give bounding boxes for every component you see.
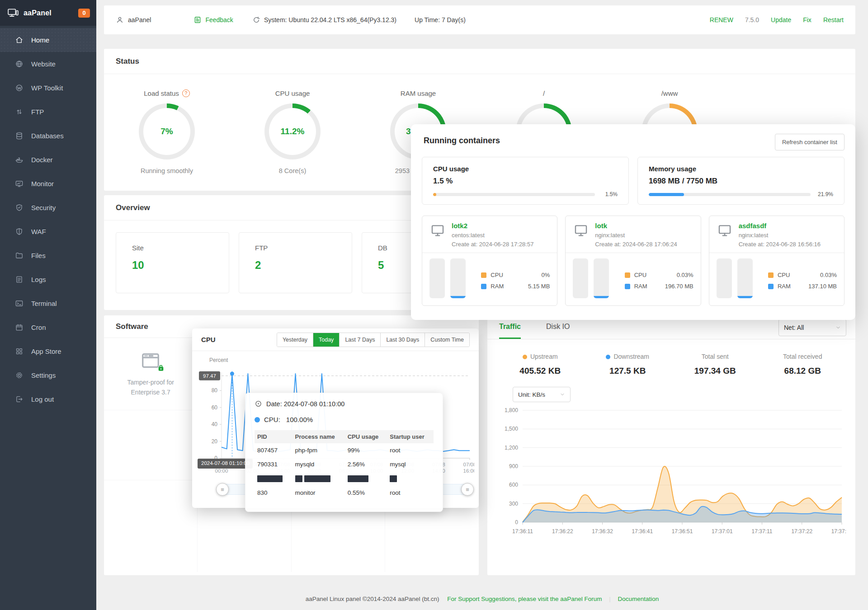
sidebar-item-settings[interactable]: Settings bbox=[0, 363, 96, 387]
svg-text:17:36:32: 17:36:32 bbox=[592, 528, 613, 535]
container-cpu-bar bbox=[573, 258, 588, 298]
terminal-icon bbox=[15, 299, 24, 308]
sidebar-item-label: Docker bbox=[31, 156, 53, 164]
software-item-label: Tamper-proof for Enterprise 3.7 bbox=[114, 378, 187, 397]
gauge-label: / bbox=[543, 89, 545, 97]
svg-text:600: 600 bbox=[509, 482, 518, 488]
unit-select[interactable]: Unit: KB/s bbox=[513, 387, 571, 402]
overview-card-value: 2 bbox=[255, 259, 336, 272]
sidebar-item-website[interactable]: Website bbox=[0, 52, 96, 76]
sidebar-item-files[interactable]: Files bbox=[0, 244, 96, 267]
refresh-icon[interactable] bbox=[252, 16, 260, 24]
uptime: Up Time: 7 Day(s) bbox=[415, 16, 466, 23]
refresh-container-list-button[interactable]: Refresh container list bbox=[775, 134, 844, 150]
svg-text:60: 60 bbox=[212, 404, 218, 411]
sidebar-item-monitor[interactable]: Monitor bbox=[0, 172, 96, 196]
notification-badge[interactable]: 0 bbox=[78, 9, 90, 18]
gauge-ring: 11.2% bbox=[264, 103, 321, 160]
container-monitor-icon bbox=[429, 223, 446, 238]
sidebar-item-docker[interactable]: Docker bbox=[0, 148, 96, 172]
overview-card-ftp[interactable]: FTP2 bbox=[239, 232, 352, 293]
sidebar-item-label: Logs bbox=[31, 276, 46, 283]
cpu-popup-header: CPU YesterdayTodayLast 7 DaysLast 30 Day… bbox=[192, 328, 479, 351]
sidebar: aaPanel 0 HomeWebsiteWP ToolkitFTPDataba… bbox=[0, 0, 96, 610]
update-link[interactable]: Update bbox=[771, 16, 791, 23]
sidebar-item-waf[interactable]: WAF bbox=[0, 220, 96, 244]
container-name: lotk2 bbox=[452, 222, 533, 230]
container-image: nginx:latest bbox=[595, 232, 677, 239]
docker-icon bbox=[15, 155, 24, 164]
container-card-lotk2[interactable]: lotk2centos:latestCreate at: 2024-06-28 … bbox=[422, 216, 557, 306]
container-cpu-legend: CPU0% bbox=[481, 272, 550, 278]
container-created: Create at: 2024-06-28 17:28:57 bbox=[452, 241, 533, 248]
sidebar-item-ftp[interactable]: FTP bbox=[0, 100, 96, 124]
svg-text:17:37:01: 17:37:01 bbox=[712, 528, 733, 535]
svg-text:0: 0 bbox=[515, 519, 518, 526]
svg-text:17:36:11: 17:36:11 bbox=[512, 528, 533, 535]
clock-icon bbox=[255, 400, 262, 408]
svg-text:17:37:22: 17:37:22 bbox=[791, 528, 812, 535]
gauge-subtext: 8 Core(s) bbox=[230, 167, 355, 174]
fix-link[interactable]: Fix bbox=[803, 16, 811, 23]
series-dot bbox=[255, 417, 260, 422]
overview-card-site[interactable]: Site10 bbox=[116, 232, 229, 293]
container-image: centos:latest bbox=[452, 232, 533, 239]
container-created: Create at: 2024-06-28 17:06:24 bbox=[595, 241, 677, 248]
cpu-tab-custom-time[interactable]: Custom Time bbox=[425, 333, 469, 347]
sidebar-item-label: Security bbox=[31, 204, 56, 211]
feedback-icon bbox=[193, 16, 202, 24]
user-icon bbox=[116, 16, 124, 24]
gauge-value: 7% bbox=[160, 127, 173, 136]
sidebar-item-label: Cron bbox=[31, 324, 46, 331]
software-item-tamper-proof[interactable]: Tamper-proof for Enterprise 3.7 bbox=[104, 338, 198, 410]
sidebar-item-security[interactable]: Security bbox=[0, 196, 96, 220]
feedback-link[interactable]: Feedback bbox=[193, 16, 233, 24]
container-cpu-bar bbox=[717, 258, 732, 298]
container-memory-usage-card: Memory usage 1698 MB / 7750 MB 21.9% bbox=[637, 157, 844, 205]
sidebar-item-label: App Store bbox=[31, 347, 61, 355]
sidebar-item-home[interactable]: Home bbox=[0, 28, 96, 52]
sidebar-item-logs[interactable]: Logs bbox=[0, 267, 96, 291]
account-menu[interactable]: aaPanel bbox=[116, 16, 151, 24]
cpu-range-tabs: YesterdayTodayLast 7 DaysLast 30 DaysCus… bbox=[277, 333, 470, 347]
running-containers-modal: Running containers Refresh container lis… bbox=[411, 124, 855, 320]
sidebar-item-label: Monitor bbox=[31, 180, 54, 188]
account-label: aaPanel bbox=[128, 16, 151, 23]
renew-link[interactable]: RENEW bbox=[710, 16, 733, 23]
website-icon bbox=[15, 60, 24, 68]
system-info: System: Ubuntu 22.04.2 LTS x86_64(Py3.12… bbox=[252, 16, 396, 24]
home-icon bbox=[15, 36, 24, 44]
container-card-lotk[interactable]: lotknginx:latestCreate at: 2024-06-28 17… bbox=[565, 216, 701, 306]
status-gauge-load-status: Load status?7%Running smoothly bbox=[104, 89, 230, 174]
cpu-tab-last-7-days[interactable]: Last 7 Days bbox=[339, 333, 380, 347]
container-card-asdfasdf[interactable]: asdfasdfnginx:latestCreate at: 2024-06-2… bbox=[709, 216, 844, 306]
cpu-progress-fill bbox=[433, 193, 436, 196]
help-icon[interactable]: ? bbox=[182, 89, 190, 97]
sidebar-item-log-out[interactable]: Log out bbox=[0, 387, 96, 411]
sidebar-item-wp-toolkit[interactable]: WP Toolkit bbox=[0, 76, 96, 100]
gauge-subtext: Running smoothly bbox=[104, 167, 230, 174]
restart-link[interactable]: Restart bbox=[823, 16, 844, 23]
sidebar-item-label: WAF bbox=[31, 228, 46, 235]
support-link[interactable]: For Support Suggestions, please visit th… bbox=[447, 596, 602, 602]
sidebar-item-terminal[interactable]: Terminal bbox=[0, 291, 96, 315]
datazoom-left-handle[interactable]: ≡ bbox=[216, 483, 229, 496]
cpu-tab-today[interactable]: Today bbox=[313, 333, 339, 347]
sidebar-item-databases[interactable]: Databases bbox=[0, 124, 96, 148]
container-cpu-legend: CPU0.03% bbox=[625, 272, 693, 278]
datazoom-right-handle[interactable]: ≡ bbox=[461, 483, 474, 496]
cpu-tab-last-30-days[interactable]: Last 30 Days bbox=[380, 333, 425, 347]
net-select[interactable]: Net: All bbox=[778, 319, 846, 336]
sidebar-item-label: Website bbox=[31, 60, 56, 68]
traffic-chart: 03006009001,2001,5001,80017:36:1117:36:2… bbox=[496, 404, 846, 540]
container-ram-bar bbox=[594, 258, 609, 298]
waf-icon bbox=[15, 227, 24, 236]
sidebar-item-label: Settings bbox=[31, 371, 56, 379]
container-monitor-icon bbox=[717, 223, 733, 238]
sidebar-item-app-store[interactable]: App Store bbox=[0, 339, 96, 363]
sidebar-item-cron[interactable]: Cron bbox=[0, 315, 96, 339]
documentation-link[interactable]: Documentation bbox=[618, 596, 659, 602]
appstore-icon bbox=[15, 347, 24, 356]
cpu-tab-yesterday[interactable]: Yesterday bbox=[277, 333, 313, 347]
overview-card-value: 10 bbox=[132, 259, 213, 272]
